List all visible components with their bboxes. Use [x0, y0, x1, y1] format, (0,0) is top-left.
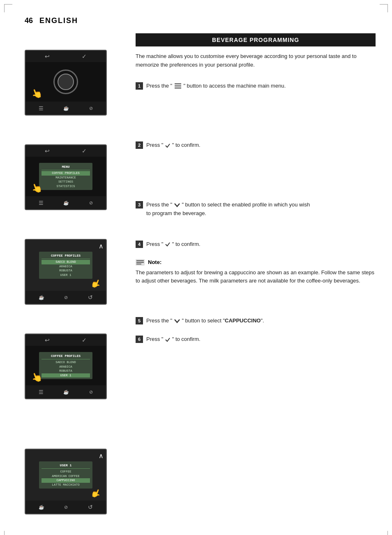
chevron-down-icon	[174, 203, 180, 207]
svg-rect-4	[136, 260, 144, 261]
svg-rect-5	[136, 262, 144, 263]
step-3-num: 3	[136, 201, 143, 208]
u1-title: USER 1	[42, 463, 90, 469]
menu-item-4: STATISTICS	[42, 184, 90, 189]
panel-3-arrow-up: ∧	[99, 242, 104, 250]
panel-5-screen: ∧ USER 1 COFFEE AMERICAN COFFEE CAPPUCCI…	[25, 449, 106, 500]
corner-mark-tr	[380, 4, 388, 12]
step-1-block: 1 Press the " " button to access the mac…	[136, 82, 376, 90]
u1-item-1: COFFEE	[42, 470, 90, 474]
note-header: Note:	[136, 259, 376, 266]
panel-4-lcd: COFFEE PROFILES SAECO BLEND ARABICA ROBU…	[39, 352, 92, 379]
panel-5: ∧ USER 1 COFFEE AMERICAN COFFEE CAPPUCCI…	[25, 449, 107, 514]
step-1: 1 Press the " " button to access the mac…	[136, 82, 376, 90]
note-label: Note:	[148, 259, 161, 265]
page-number: 46	[25, 16, 33, 25]
panel-5-bottom-bar: ☕ ⊘ ↺	[25, 500, 106, 514]
step-1-num: 1	[136, 82, 143, 90]
check-icon-2	[165, 241, 171, 247]
panel-5-finger: 👆	[90, 486, 103, 499]
spacer-step3	[136, 228, 376, 240]
right-column: BEVERAGE PROGRAMMING The machine allows …	[123, 33, 376, 527]
panel-1-finger: 👆	[30, 87, 44, 101]
section-title: BEVERAGE PROGRAMMING	[136, 33, 376, 46]
check-icon	[165, 143, 171, 148]
corner-mark-bl	[4, 531, 12, 535]
corner-mark-tl	[4, 4, 12, 12]
panel-1-top-bar: ↩ ✓	[25, 51, 106, 62]
menu-icon	[175, 83, 181, 88]
main-content: ↩ ✓ 👆 ☰ ☕ ⊘	[0, 33, 392, 527]
panel-1-screen: 👆	[25, 62, 106, 102]
panel-4-top-bar: ↩ ✓	[25, 334, 106, 346]
note-box: Note: The parameters to adjust for brewi…	[136, 259, 376, 286]
spacer-step1	[136, 100, 376, 141]
menu-title: MENU	[42, 164, 90, 170]
u1-item-4: LATTE MACCHIATO	[42, 483, 90, 487]
panel-3: ∧ COFFEE PROFILES SAECO BLEND ARABICA RO…	[25, 239, 107, 305]
check-icon-3	[165, 337, 171, 343]
step-4: 4 Press " " to confirm.	[136, 240, 376, 249]
page-language: ENGLISH	[39, 16, 78, 25]
cp2-item-2: ARABICA	[42, 365, 90, 369]
note-text: The parameters to adjust for brewing a c…	[136, 269, 376, 286]
step-5: 5 Press the " " button to select "CAPPUC…	[136, 317, 376, 325]
menu-item-1: COFFEE PROFILES	[42, 171, 90, 176]
left-column: ↩ ✓ 👆 ☰ ☕ ⊘	[25, 33, 123, 527]
panel-2-bottom-bar: ☰ ☕ ⊘	[25, 196, 106, 209]
panel-1: ↩ ✓ 👆 ☰ ☕ ⊘	[25, 50, 107, 116]
spacer-1	[25, 128, 123, 140]
panel-5-lcd: USER 1 COFFEE AMERICAN COFFEE CAPPUCCINO…	[39, 461, 92, 489]
svg-rect-1	[175, 86, 181, 86]
spacer-4	[25, 412, 123, 445]
step-5-text: Press the " " button to select "CAPPUCCI…	[146, 317, 264, 325]
step-3: 3 Press the " " button to select the ena…	[136, 201, 376, 218]
cp-title: COFFEE PROFILES	[42, 253, 90, 259]
chevron-down-icon-2	[174, 319, 180, 323]
step-2-num: 2	[136, 141, 143, 149]
step-2: 2 Press " " to confirm.	[136, 141, 376, 150]
step-4-num: 4	[136, 241, 143, 248]
cp2-title: COFFEE PROFILES	[42, 354, 90, 359]
step-2-text: Press " " to confirm.	[146, 141, 201, 150]
u1-item-2: AMERICAN COFFEE	[42, 474, 90, 479]
cp-item-1: SAECO BLEND	[42, 260, 90, 264]
menu-item-2: MAINTENANCE	[42, 176, 90, 180]
panel-3-bottom-bar: ☕ ⊘ ↺	[25, 291, 106, 304]
menu-item-3: SETTINGS	[42, 180, 90, 184]
corner-mark-br	[380, 531, 388, 535]
step-4-text: Press " " to confirm.	[146, 240, 201, 249]
spacer-step2	[136, 160, 376, 201]
intro-text: The machine allows you to customise ever…	[136, 52, 376, 69]
u1-item-3: CAPPUCCINO	[42, 478, 90, 483]
page-header: 46 ENGLISH	[0, 16, 392, 33]
cp-item-2: ARABICA	[42, 264, 90, 269]
step-6-num: 6	[136, 336, 143, 343]
spacer-step4	[136, 292, 376, 317]
panel-2: ↩ ✓ MENU COFFEE PROFILES MAINTENANCE SET…	[25, 144, 107, 210]
cp-item-3: ROBUSTA	[42, 269, 90, 273]
panel-1-bottom-bar: ☰ ☕ ⊘	[25, 102, 106, 115]
panel-3-screen: ∧ COFFEE PROFILES SAECO BLEND ARABICA RO…	[25, 240, 106, 291]
panel-2-lcd: MENU COFFEE PROFILES MAINTENANCE SETTING…	[39, 163, 92, 190]
spacer-3	[25, 317, 123, 329]
spacer-2	[25, 222, 123, 235]
cp2-item-3: ROBUSTA	[42, 369, 90, 373]
page: 46 ENGLISH ↩ ✓ 👆 ☰	[0, 0, 392, 535]
svg-rect-0	[175, 83, 181, 84]
panel-4: ↩ ✓ COFFEE PROFILES SAECO BLEND ARABICA …	[25, 334, 107, 399]
svg-rect-6	[136, 264, 141, 264]
panel-2-screen: MENU COFFEE PROFILES MAINTENANCE SETTING…	[25, 157, 106, 196]
step-6-text: Press " " to confirm.	[146, 335, 201, 344]
cappuccino-label: CAPPUCCINO	[225, 317, 261, 324]
cp2-item-4: USER 1	[42, 373, 90, 378]
cp2-item-1: SAECO BLEND	[42, 360, 90, 365]
panel-4-screen: COFFEE PROFILES SAECO BLEND ARABICA ROBU…	[25, 346, 106, 385]
panel-3-finger: 👆	[90, 277, 103, 290]
step-5-num: 5	[136, 317, 143, 324]
step-1-text: Press the " " button to access the machi…	[146, 82, 286, 90]
step-6: 6 Press " " to confirm.	[136, 335, 376, 344]
cp-item-4: USER 1	[42, 273, 90, 278]
panel-5-arrow-up: ∧	[99, 452, 104, 460]
panel-2-top-bar: ↩ ✓	[25, 145, 106, 157]
